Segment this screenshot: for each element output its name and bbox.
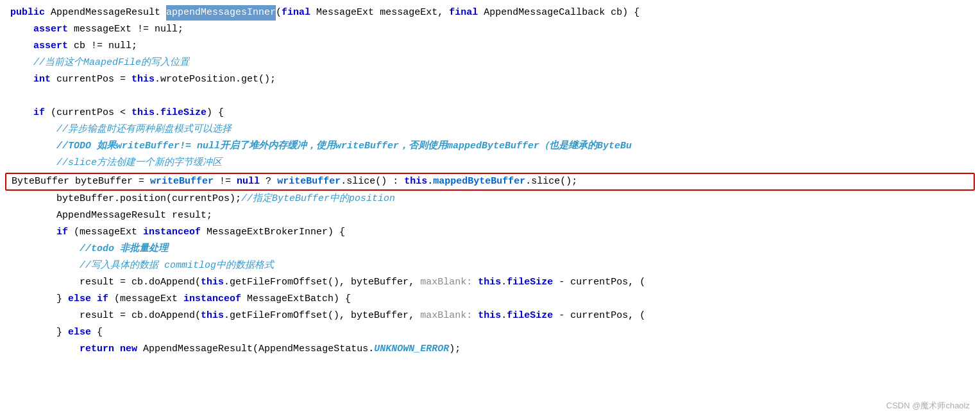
code-line-14: if (messageExt instanceof MessageExtBrok… [0,225,980,241]
code-line-3: assert cb != null; [0,39,980,55]
code-line-12: byteBuffer.position(currentPos); //指定Byt… [0,191,980,208]
code-line-6 [0,89,980,105]
method-name: appendMessagesInner [166,5,276,21]
code-line-10: //slice方法创建一个新的字节缓冲区 [0,155,980,172]
code-line-20: } else { [0,325,980,342]
code-line-21: return new AppendMessageResult(AppendMes… [0,342,980,358]
code-line-1: public AppendMessageResult appendMessage… [0,5,980,22]
code-line-4: //当前这个MaapedFile的写入位置 [0,55,980,72]
keyword-assert-2: assert [33,39,68,54]
keyword-public: public [10,5,45,21]
code-line-2: assert messageExt != null; [0,22,980,39]
code-line-15: //todo 非批量处理 [0,241,980,258]
code-line-9: //TODO 如果writeBuffer!= null开启了堆外内存缓冲，使用w… [0,139,980,155]
keyword-assert-1: assert [33,22,68,37]
code-line-7: if (currentPos < this . fileSize ) { [0,105,980,122]
code-line-18: } else if (messageExt instanceof Message… [0,292,980,308]
code-line-17: result = cb.doAppend( this .getFileFromO… [0,275,980,292]
code-line-19: result = cb.doAppend( this .getFileFromO… [0,308,980,325]
watermark: CSDN @魔术师chaolz [886,399,970,413]
code-line-8: //异步输盘时还有两种刷盘模式可以选择 [0,122,980,139]
code-line-13: AppendMessageResult result; [0,208,980,225]
code-line-16: //写入具体的数据 commitlog中的数据格式 [0,258,980,275]
keyword-int: int [33,72,51,87]
code-line-5: int currentPos = this .wrotePosition.get… [0,72,980,89]
code-editor: public AppendMessageResult appendMessage… [0,0,980,418]
code-line-11-highlighted: ByteBuffer byteBuffer = writeBuffer != n… [5,173,975,191]
